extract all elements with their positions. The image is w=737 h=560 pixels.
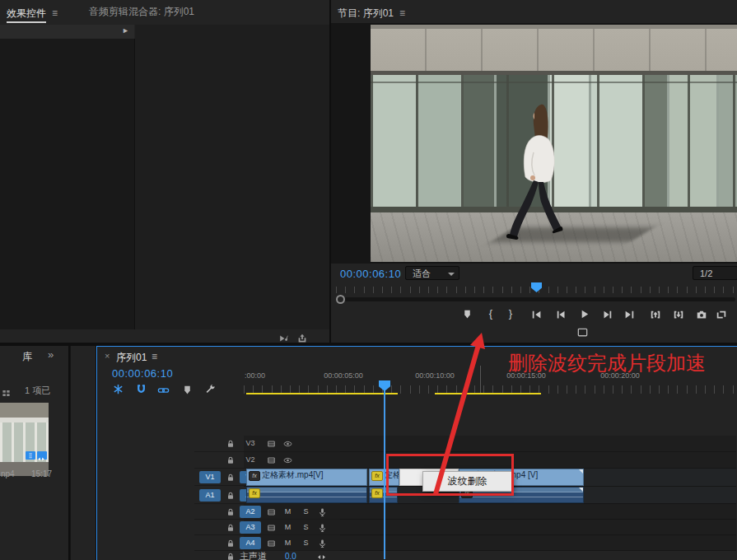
add-marker-button[interactable] [182, 382, 193, 397]
panel-menu-icon[interactable]: ≡ [52, 7, 58, 19]
voiceover-mic-icon[interactable] [317, 535, 328, 550]
snap-toggle[interactable] [135, 381, 147, 396]
track-lock-icon[interactable] [226, 436, 236, 451]
clip-caption: np4 [1, 469, 15, 478]
track-lock-icon[interactable] [226, 488, 236, 502]
timeline-playhead-line[interactable] [384, 381, 385, 559]
video-frame[interactable] [371, 25, 737, 262]
lift-button[interactable] [647, 307, 664, 320]
list-view-icon[interactable] [2, 385, 11, 400]
track-header-v2: V2 [194, 452, 340, 469]
fx-badge[interactable]: fx [249, 471, 260, 481]
add-marker-button[interactable] [459, 307, 475, 320]
safe-margins-button[interactable] [576, 324, 590, 339]
premiere-pro-window: 效果控件≡ 音频剪辑混合器: 序列01 ► 节目: 序列01≡ [0, 0, 737, 560]
sync-lock-icon[interactable] [266, 504, 277, 519]
thumbnail-badge-2 [37, 451, 47, 460]
tab-sequence-01[interactable]: 序列01 [116, 351, 147, 365]
play-button[interactable] [576, 307, 592, 320]
panel-menu-icon[interactable]: ≡ [399, 7, 405, 19]
track-target-a2[interactable]: A2 [240, 506, 261, 518]
sync-lock-icon[interactable] [266, 535, 277, 550]
panel-menu-icon[interactable]: ≡ [152, 351, 157, 362]
track-visibility-eye-icon[interactable] [282, 436, 293, 451]
program-panel-title[interactable]: 节目: 序列01 [338, 7, 394, 19]
mark-in-button[interactable]: { [483, 307, 499, 320]
track-lock-icon[interactable] [226, 535, 236, 550]
zoom-level-select[interactable]: 适合 [405, 266, 459, 280]
solo-button[interactable]: S [301, 506, 311, 517]
render-bar-segment [246, 393, 398, 394]
export-frame-button[interactable] [693, 307, 710, 320]
step-back-button[interactable] [553, 307, 570, 320]
voiceover-mic-icon[interactable] [317, 520, 328, 534]
track-lock-icon[interactable] [226, 453, 236, 468]
clip-a1-a[interactable]: fx [246, 487, 367, 503]
master-track-label: 主声道 [240, 550, 267, 560]
comparison-view-button[interactable] [713, 307, 730, 320]
nest-sequence-toggle[interactable] [112, 381, 124, 396]
clip-thumbnail[interactable]: ⣿ [0, 403, 49, 476]
voiceover-mic-icon[interactable] [317, 504, 328, 519]
clip-duration: 15:17 [31, 469, 52, 478]
timeline-panel: × 序列01 ≡ 00:00:06:10 :00:00 00:00:05:00 … [96, 346, 737, 560]
effect-controls-header: ► [0, 25, 134, 40]
track-target-a4[interactable]: A4 [240, 537, 261, 549]
go-to-out-button[interactable] [621, 307, 637, 320]
track-target-v2[interactable]: V2 [240, 454, 261, 466]
timeline-timecode[interactable]: 00:00:06:10 [112, 367, 173, 380]
track-lock-icon[interactable] [226, 469, 236, 484]
mark-out-button[interactable]: } [502, 307, 519, 320]
fx-badge[interactable]: fx [249, 488, 260, 498]
annotation-rectangle [386, 454, 514, 496]
effect-controls-list-area[interactable] [0, 39, 135, 329]
library-panel: 库 » 1 项已 ⣿ np4 15:17 [0, 346, 68, 560]
export-icon[interactable] [296, 330, 308, 345]
mute-button[interactable]: M [282, 538, 293, 548]
source-patch-a1[interactable]: A1 [199, 489, 221, 502]
solo-button[interactable]: S [301, 538, 311, 548]
mute-button[interactable]: M [282, 506, 293, 517]
linked-selection-toggle[interactable] [157, 382, 170, 397]
clip-v1-a[interactable]: fx定格素材.mp4[V] [246, 469, 367, 486]
tab-audio-clip-mixer[interactable]: 音频剪辑混合器: 序列01 [89, 5, 194, 19]
track-visibility-eye-icon[interactable] [282, 453, 293, 468]
sync-lock-icon[interactable] [266, 453, 277, 468]
fit-timeline-icon[interactable] [316, 549, 327, 560]
extract-button[interactable] [670, 307, 687, 320]
program-scrollbar-knob[interactable] [336, 295, 345, 304]
master-level-value[interactable]: 0.0 [285, 552, 296, 560]
tab-library[interactable]: 库 [22, 350, 32, 364]
play-audio-button[interactable] [278, 330, 290, 345]
program-scrollbar[interactable] [338, 297, 735, 301]
tools-panel: T [70, 346, 96, 560]
step-forward-button[interactable] [599, 307, 615, 320]
track-target-a3[interactable]: A3 [240, 521, 261, 534]
panel-expand-icon[interactable]: » [48, 348, 54, 361]
sync-lock-icon[interactable] [266, 436, 277, 451]
mute-button[interactable]: M [282, 522, 293, 533]
solo-button[interactable]: S [301, 522, 311, 533]
track-header-a2: A2 M S [194, 504, 340, 520]
effect-controls-timeline-area[interactable] [135, 25, 329, 329]
monitor-background [331, 23, 737, 264]
fx-badge[interactable]: fx [371, 488, 383, 498]
track-lock-icon[interactable] [226, 504, 236, 519]
track-lock-icon[interactable] [226, 549, 236, 560]
sync-lock-icon[interactable] [266, 520, 277, 534]
go-to-in-button[interactable] [529, 307, 545, 320]
tab-effect-controls[interactable]: 效果控件 [7, 7, 46, 23]
program-timecode[interactable]: 00:00:06:10 [340, 268, 401, 280]
track-header-v3: V3 [194, 436, 340, 452]
timeline-settings-wrench-icon[interactable] [204, 381, 217, 396]
track-header-a3: A3 M S [194, 520, 340, 535]
show-timeline-arrow-icon[interactable]: ► [122, 26, 129, 35]
program-monitor-panel: 节目: 序列01≡ [331, 0, 737, 343]
fx-badge[interactable]: fx [371, 471, 383, 481]
close-panel-button[interactable]: × [105, 351, 110, 361]
playback-resolution-select[interactable]: 1/2 [693, 266, 737, 280]
annotation-text: 删除波纹完成片段加速 [508, 350, 706, 376]
track-lock-icon[interactable] [226, 520, 236, 534]
track-target-v3[interactable]: V3 [240, 437, 261, 450]
source-patch-v1[interactable]: V1 [199, 471, 221, 483]
